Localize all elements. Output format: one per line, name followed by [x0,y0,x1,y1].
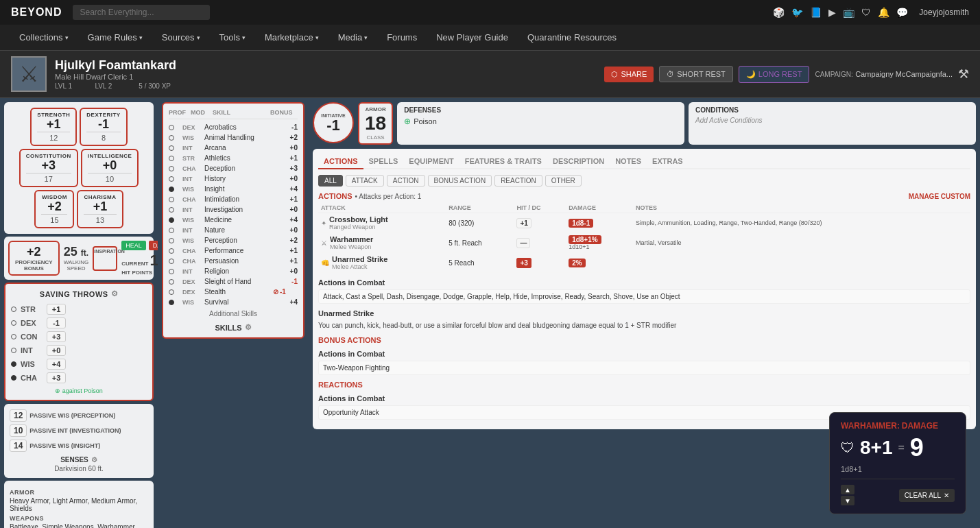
tab-description[interactable]: DESCRIPTION [547,154,610,169]
passive-perception[interactable]: 12 PASSIVE WIS (PERCEPTION) [10,408,148,423]
settings-icon[interactable]: ⚙ [111,289,119,298]
clear-all-icon: ✕ [944,492,949,499]
save-row-cha[interactable]: CHA +3 [11,371,147,385]
skill-sleight-of-hand[interactable]: DEX Sleight of Hand -1 [169,276,298,287]
skill-performance[interactable]: CHA Performance +1 [169,245,298,256]
save-row-str[interactable]: STR +1 [11,302,147,316]
share-button[interactable]: ⬡SHARE [604,67,654,82]
stat-dexterity[interactable]: DEXTERITY -1 8 [80,108,127,146]
tab-notes[interactable]: NOTES [610,154,647,169]
skill-religion[interactable]: INT Religion +0 [169,266,298,276]
manage-custom-button[interactable]: MANAGE CUSTOM [909,193,970,200]
tab-spells[interactable]: SPELLS [363,154,404,169]
actions-in-combat-heading: Actions in Combat [318,278,970,287]
skill-survival[interactable]: WIS Survival +4 [169,297,298,307]
nav-quarantine-resources[interactable]: Quarantine Resources [519,27,625,48]
skill-dot-arcana [169,145,174,151]
nav-new-player-guide[interactable]: New Player Guide [428,27,516,48]
stat-constitution[interactable]: CONSTITUTION +3 17 [19,149,78,187]
save-row-con[interactable]: CON +3 [11,330,147,344]
add-condition-button[interactable]: Add Active Conditions [695,117,969,124]
tab-extras[interactable]: EXTRAS [647,154,689,169]
stat-wisdom[interactable]: WISDOM +2 15 [34,190,74,228]
proficiency-value: +2 [15,245,53,259]
tab-features-traits[interactable]: FEATURES & TRAITS [459,154,547,169]
skill-perception[interactable]: WIS Perception +2 [169,235,298,245]
search-input[interactable] [73,5,210,20]
long-rest-button[interactable]: 🌙LONG REST [739,66,810,83]
nav-marketplace[interactable]: Marketplace▾ [256,27,327,48]
save-row-wis[interactable]: WIS +4 [11,357,147,371]
skill-history[interactable]: INT History +0 [169,173,298,184]
saving-throws-box: SAVING THROWS ⚙ STR +1 DEX -1 CON +3 [4,283,154,401]
skill-persuasion[interactable]: CHA Persuasion +1 [169,256,298,266]
attack-warhammer[interactable]: ⚔ Warhammer Melee Weapon 5 ft. Reach — [318,233,970,253]
stat-constitution-val: 17 [26,173,71,183]
short-rest-button[interactable]: ⏱SHORT REST [659,66,733,82]
filter-bonus-action[interactable]: BONUS ACTION [428,175,492,187]
initiative-box[interactable]: INITIATIVE -1 [313,102,354,143]
additional-skills-link[interactable]: Additional Skills [169,307,298,320]
tab-equipment[interactable]: EQUIPMENT [403,154,459,169]
skill-medicine[interactable]: WIS Medicine +4 [169,215,298,225]
shield-icon[interactable]: 🛡 [861,7,871,18]
bell-icon[interactable]: 🔔 [878,7,889,18]
filter-other[interactable]: OTHER [545,175,582,187]
skill-animal-handling[interactable]: WIS Animal Handling +2 [169,132,298,143]
skills-title: SKILLS ⚙ [169,323,298,332]
save-row-dex[interactable]: DEX -1 [11,316,147,330]
skills-settings-icon[interactable]: ⚙ [245,323,252,332]
hp-current: 12 [150,252,158,269]
nav-sources[interactable]: Sources▾ [154,27,208,48]
skill-intimidation[interactable]: CHA Intimidation +1 [169,194,298,204]
skill-investigation[interactable]: INT Investigation +0 [169,204,298,215]
clear-all-button[interactable]: CLEAR ALL ✕ [899,489,955,502]
stat-charisma[interactable]: CHARISMA +1 13 [77,190,123,228]
defense-poison: ⊕ Poison [404,117,678,126]
skill-dot-acrobatics [169,125,174,130]
attack-crossbow[interactable]: ✦ Crossbow, Light Ranged Weapon 80 (320)… [318,213,970,233]
stat-intelligence[interactable]: INTELLIGENCE +0 10 [81,149,139,187]
youtube-icon[interactable]: ▶ [828,7,836,18]
nav-collections[interactable]: Collections▾ [11,27,77,48]
nav-forums[interactable]: Forums [379,27,425,48]
twitter-icon[interactable]: 🐦 [791,7,803,18]
skill-nature[interactable]: INT Nature +0 [169,225,298,235]
nav-game-rules[interactable]: Game Rules▾ [80,27,151,48]
stat-strength[interactable]: STRENGTH +1 12 [30,108,77,146]
save-row-int[interactable]: INT +0 [11,344,147,357]
attack-table: ATTACK RANGE HIT / DC DAMAGE NOTES ✦ [318,203,970,273]
unarmed-icon: 👊 [321,259,329,267]
damage-button[interactable]: DAMAGE [149,241,158,250]
skill-insight[interactable]: WIS Insight +4 [169,184,298,194]
skill-acrobatics[interactable]: DEX Acrobatics -1 [169,122,298,132]
facebook-icon[interactable]: 📘 [810,7,822,18]
attack-unarmed[interactable]: 👊 Unarmed Strike Melee Attack 5 Reach +3… [318,253,970,273]
dice-scroll-up[interactable]: ▲ [841,485,854,494]
tab-actions[interactable]: ACTIONS [318,154,363,169]
filter-reaction[interactable]: REACTION [494,175,542,187]
nav-tools[interactable]: Tools▾ [211,27,254,48]
skill-athletics[interactable]: STR Athletics +1 [169,153,298,163]
chat-icon[interactable]: 💬 [896,7,908,18]
speed-label: SPEED [64,265,89,272]
filter-all[interactable]: ALL [318,175,343,187]
skill-arcana[interactable]: INT Arcana +0 [169,143,298,153]
inspiration-box[interactable]: INSPIRATION [93,246,117,271]
stat-dexterity-mod: -1 [86,118,120,130]
twitch-icon[interactable]: 📺 [843,7,854,18]
passive-insight[interactable]: 14 PASSIVE WIS (INSIGHT) [10,438,148,453]
filter-attack[interactable]: ATTACK [346,175,384,187]
filter-action[interactable]: ACTION [387,175,425,187]
passive-investigation[interactable]: 10 PASSIVE INT (INVESTIGATION) [10,423,148,438]
defenses-box: DEFENSES ⊕ Poison [397,102,684,145]
passive-skills-box: 12 PASSIVE WIS (PERCEPTION) 10 PASSIVE I… [4,404,154,478]
user-label[interactable]: Joeyjojosmith [919,8,969,17]
senses-settings-icon[interactable]: ⚙ [91,456,97,464]
nav-media[interactable]: Media▾ [330,27,376,48]
dice-icon[interactable]: 🎲 [773,7,785,18]
heal-button[interactable]: HEAL [121,241,146,250]
skill-deception[interactable]: CHA Deception +3 [169,163,298,173]
dice-scroll-down[interactable]: ▼ [841,496,854,505]
skill-stealth[interactable]: DEX Stealth ⊘ -1 [169,287,298,297]
